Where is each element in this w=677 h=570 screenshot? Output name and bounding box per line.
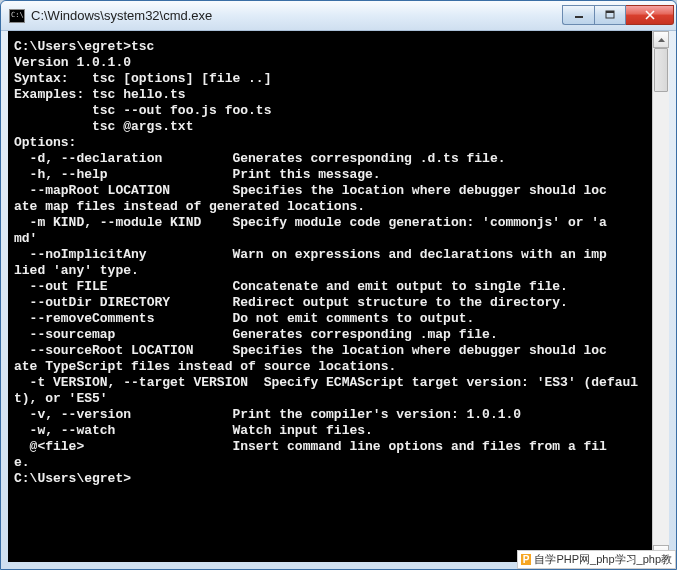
minimize-icon — [574, 10, 584, 20]
close-icon — [644, 10, 656, 20]
minimize-button[interactable] — [562, 5, 594, 25]
terminal-line: ate map files instead of generated locat… — [14, 199, 648, 215]
terminal-line: tsc --out foo.js foo.ts — [14, 103, 648, 119]
terminal-line: --mapRoot LOCATION Specifies the locatio… — [14, 183, 648, 199]
terminal-output[interactable]: C:\Users\egret>tscVersion 1.0.1.0Syntax:… — [8, 31, 652, 562]
terminal-line: --outDir DIRECTORY Redirect output struc… — [14, 295, 648, 311]
vertical-scrollbar[interactable] — [652, 31, 669, 562]
terminal-line: --sourceRoot LOCATION Specifies the loca… — [14, 343, 648, 359]
terminal-line: C:\Users\egret>tsc — [14, 39, 648, 55]
terminal-line: --sourcemap Generates corresponding .map… — [14, 327, 648, 343]
cursor — [131, 473, 139, 486]
cmd-window: C:\ C:\Windows\system32\cmd.exe C:\Users… — [0, 0, 677, 570]
svg-rect-2 — [606, 11, 614, 13]
terminal-line: Examples: tsc hello.ts — [14, 87, 648, 103]
terminal-line: ate TypeScript files instead of source l… — [14, 359, 648, 375]
window-title: C:\Windows\system32\cmd.exe — [31, 8, 562, 23]
terminal-line: --out FILE Concatenate and emit output t… — [14, 279, 648, 295]
terminal-line: --noImplicitAny Warn on expressions and … — [14, 247, 648, 263]
titlebar[interactable]: C:\ C:\Windows\system32\cmd.exe — [1, 1, 676, 31]
maximize-button[interactable] — [594, 5, 626, 25]
terminal-line: Version 1.0.1.0 — [14, 55, 648, 71]
terminal-line: lied 'any' type. — [14, 263, 648, 279]
terminal-line: -t VERSION, --target VERSION Specify ECM… — [14, 375, 648, 391]
terminal-line: -v, --version Print the compiler's versi… — [14, 407, 648, 423]
cmd-icon: C:\ — [9, 9, 25, 23]
terminal-line: t), or 'ES5' — [14, 391, 648, 407]
terminal-line: -w, --watch Watch input files. — [14, 423, 648, 439]
terminal-line: C:\Users\egret> — [14, 471, 648, 487]
terminal-line: -d, --declaration Generates correspondin… — [14, 151, 648, 167]
terminal-line: -m KIND, --module KIND Specify module co… — [14, 215, 648, 231]
terminal-line: md' — [14, 231, 648, 247]
svg-rect-0 — [575, 16, 583, 18]
client-area: C:\Users\egret>tscVersion 1.0.1.0Syntax:… — [8, 31, 669, 562]
terminal-line: Options: — [14, 135, 648, 151]
watermark-badge: P — [521, 554, 532, 565]
chevron-up-icon — [658, 38, 665, 42]
watermark: P 自学PHP网_php学习_php教 — [517, 550, 676, 569]
window-controls — [562, 5, 674, 27]
scroll-track[interactable] — [653, 48, 669, 545]
scroll-thumb[interactable] — [654, 48, 668, 92]
maximize-icon — [605, 10, 615, 20]
terminal-line: tsc @args.txt — [14, 119, 648, 135]
scroll-up-button[interactable] — [653, 31, 669, 48]
watermark-text: 自学PHP网_php学习_php教 — [534, 552, 672, 567]
terminal-line: e. — [14, 455, 648, 471]
terminal-line: @<file> Insert command line options and … — [14, 439, 648, 455]
terminal-line: Syntax: tsc [options] [file ..] — [14, 71, 648, 87]
close-button[interactable] — [626, 5, 674, 25]
terminal-line: --removeComments Do not emit comments to… — [14, 311, 648, 327]
terminal-line: -h, --help Print this message. — [14, 167, 648, 183]
